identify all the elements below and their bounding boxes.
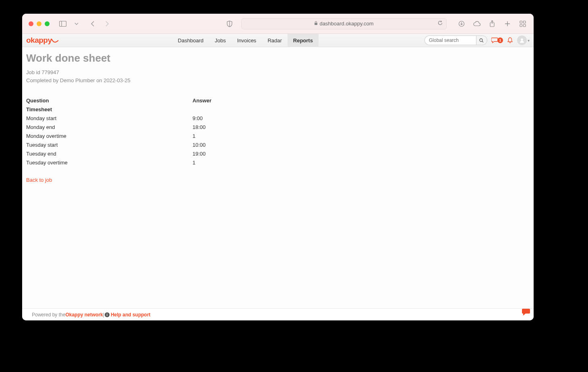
qa-table: Question Answer Timesheet Monday start9:… bbox=[26, 96, 530, 167]
sidebar-toggle-icon[interactable] bbox=[58, 19, 67, 28]
browser-titlebar: dashboard.okappy.com bbox=[22, 14, 534, 34]
chevron-down-icon: ▾ bbox=[528, 38, 530, 43]
footer-sep: | bbox=[103, 312, 104, 318]
address-bar[interactable]: dashboard.okappy.com bbox=[241, 18, 447, 29]
bell-icon[interactable] bbox=[507, 37, 513, 44]
page-title: Work done sheet bbox=[26, 52, 530, 64]
window-controls bbox=[29, 21, 50, 26]
chat-badge: 1 bbox=[497, 37, 503, 43]
shield-icon[interactable] bbox=[225, 19, 234, 28]
forward-button[interactable] bbox=[103, 19, 112, 28]
svg-rect-0 bbox=[60, 21, 66, 26]
job-id-line: Job id 779947 bbox=[26, 69, 530, 77]
svg-rect-8 bbox=[520, 24, 522, 27]
back-button[interactable] bbox=[88, 19, 97, 28]
app-navbar: okappy DashboardJobsInvoicesRadarReports… bbox=[22, 34, 534, 47]
info-icon: i bbox=[105, 312, 110, 317]
help-support-link[interactable]: Help and support bbox=[111, 312, 151, 318]
svg-line-11 bbox=[482, 41, 484, 42]
lock-icon bbox=[314, 21, 318, 26]
answer-cell: 1 bbox=[193, 158, 195, 167]
nav-tabs: DashboardJobsInvoicesRadarReports bbox=[172, 34, 319, 47]
avatar-icon bbox=[517, 35, 527, 45]
table-section-row: Timesheet bbox=[26, 105, 530, 114]
cloud-icon[interactable] bbox=[472, 19, 481, 28]
table-row: Monday overtime1 bbox=[26, 132, 530, 141]
table-row: Monday start9:00 bbox=[26, 114, 530, 123]
answer-cell: 10:00 bbox=[193, 141, 206, 150]
table-row: Tuesday overtime1 bbox=[26, 158, 530, 167]
question-cell: Monday start bbox=[26, 114, 193, 123]
table-row: Tuesday end19:00 bbox=[26, 150, 530, 158]
url-text: dashboard.okappy.com bbox=[319, 21, 373, 27]
new-tab-icon[interactable] bbox=[503, 19, 512, 28]
minimize-window-button[interactable] bbox=[37, 21, 41, 26]
refresh-icon[interactable] bbox=[437, 20, 443, 27]
svg-rect-7 bbox=[524, 21, 526, 23]
answer-cell: 1 bbox=[193, 132, 195, 141]
table-row: Monday end18:00 bbox=[26, 123, 530, 132]
nav-tab-invoices[interactable]: Invoices bbox=[232, 34, 262, 47]
question-cell: Tuesday overtime bbox=[26, 158, 193, 167]
table-header-row: Question Answer bbox=[26, 96, 530, 105]
svg-rect-9 bbox=[524, 24, 526, 27]
download-icon[interactable] bbox=[457, 19, 466, 28]
nav-tab-radar[interactable]: Radar bbox=[262, 34, 287, 47]
search-button[interactable] bbox=[476, 35, 487, 45]
question-cell: Tuesday end bbox=[26, 150, 193, 158]
close-window-button[interactable] bbox=[29, 21, 33, 26]
footer: Powered by the Okappy network | i Help a… bbox=[22, 308, 534, 320]
svg-rect-6 bbox=[520, 21, 522, 23]
share-icon[interactable] bbox=[488, 19, 497, 28]
table-row: Tuesday start10:00 bbox=[26, 141, 530, 150]
section-timesheet: Timesheet bbox=[26, 105, 193, 114]
tab-overview-icon[interactable] bbox=[518, 19, 527, 28]
answer-cell: 9:00 bbox=[193, 114, 203, 123]
question-cell: Monday overtime bbox=[26, 132, 193, 141]
footer-powered: Powered by the bbox=[32, 312, 65, 318]
smile-icon bbox=[50, 36, 59, 46]
nav-tab-dashboard[interactable]: Dashboard bbox=[172, 34, 209, 47]
header-answer: Answer bbox=[193, 96, 211, 105]
back-to-job-link[interactable]: Back to job bbox=[26, 177, 52, 183]
header-question: Question bbox=[26, 96, 193, 105]
svg-point-12 bbox=[521, 38, 523, 41]
global-search bbox=[424, 35, 487, 45]
svg-point-10 bbox=[480, 39, 482, 42]
maximize-window-button[interactable] bbox=[45, 21, 50, 26]
question-cell: Tuesday start bbox=[26, 141, 193, 150]
page-content: Work done sheet Job id 779947 Completed … bbox=[22, 47, 534, 308]
svg-rect-3 bbox=[315, 23, 317, 25]
search-input[interactable] bbox=[424, 35, 476, 45]
nav-tab-reports[interactable]: Reports bbox=[288, 34, 319, 47]
answer-cell: 19:00 bbox=[193, 150, 206, 158]
okappy-logo[interactable]: okappy bbox=[26, 36, 58, 45]
answer-cell: 18:00 bbox=[193, 123, 206, 132]
browser-window: dashboard.okappy.com okappy bbox=[22, 14, 534, 320]
chat-icon[interactable]: 1 bbox=[491, 37, 503, 44]
chat-widget-icon[interactable] bbox=[522, 308, 530, 318]
nav-tab-jobs[interactable]: Jobs bbox=[209, 34, 231, 47]
user-menu[interactable]: ▾ bbox=[517, 35, 530, 45]
question-cell: Monday end bbox=[26, 123, 193, 132]
okappy-network-link[interactable]: Okappy network bbox=[65, 312, 103, 318]
completed-by-line: Completed by Demo Plumber on 2022-03-25 bbox=[26, 77, 530, 85]
chevron-down-icon[interactable] bbox=[72, 19, 81, 28]
